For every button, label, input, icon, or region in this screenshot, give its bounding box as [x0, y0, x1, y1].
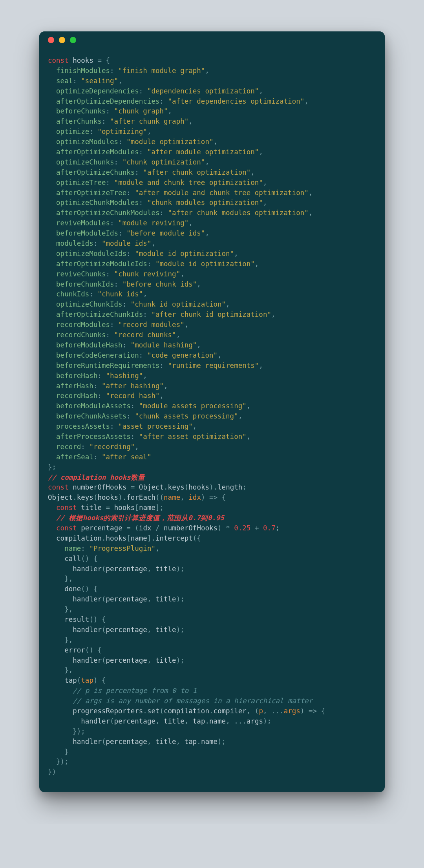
code-block: const hooks = { finishModules: "finish m…: [39, 49, 385, 792]
minimize-icon[interactable]: [59, 37, 65, 43]
code-window: const hooks = { finishModules: "finish m…: [39, 31, 385, 792]
close-icon[interactable]: [48, 37, 54, 43]
title-bar: [39, 31, 385, 49]
maximize-icon[interactable]: [70, 37, 76, 43]
